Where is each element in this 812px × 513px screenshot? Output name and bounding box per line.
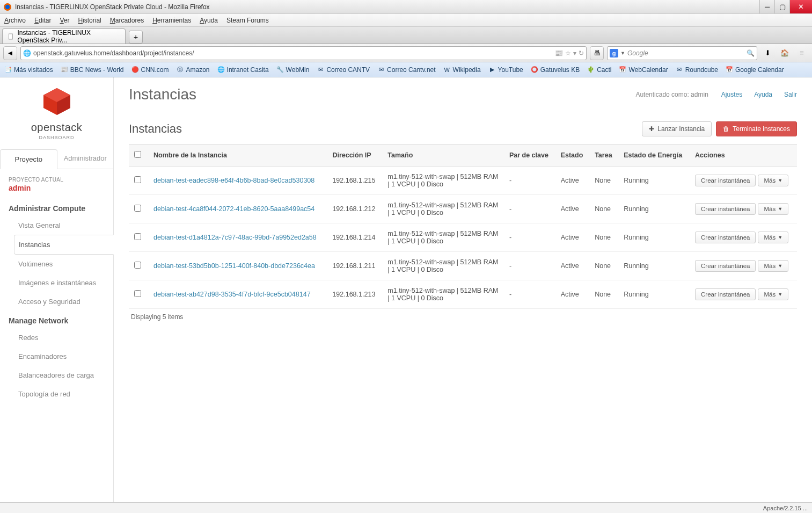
bookmark-webmin[interactable]: 🔧WebMin bbox=[276, 66, 310, 74]
cell-size: m1.tiny-512-with-swap | 512MB RAM | 1 VC… bbox=[382, 280, 504, 309]
snapshot-button[interactable]: Crear instantánea bbox=[695, 232, 756, 243]
menu-marcadores[interactable]: Marcadores bbox=[110, 17, 144, 24]
bookmark-cacti[interactable]: 🌵Cacti bbox=[587, 66, 611, 74]
sidebar-item-balanceadores-de-carga[interactable]: Balanceadores de carga bbox=[14, 366, 113, 385]
openstack-logo-icon bbox=[41, 87, 73, 116]
instance-name-link[interactable]: debian-test-d1a4812a-7c97-48ac-99bd-7a99… bbox=[153, 234, 317, 241]
menu-herramientas[interactable]: Herramientas bbox=[152, 17, 191, 24]
launch-instance-button[interactable]: ✚ Lanzar Instancia bbox=[642, 121, 712, 136]
maximize-button[interactable]: ▢ bbox=[774, 0, 789, 13]
header-link-ajustes[interactable]: Ajustes bbox=[721, 91, 742, 98]
row-checkbox[interactable] bbox=[134, 205, 141, 212]
terminate-instances-button[interactable]: 🗑 Terminate instances bbox=[716, 121, 797, 136]
bookmark-icon: ▶ bbox=[488, 66, 496, 74]
svg-rect-2 bbox=[9, 33, 12, 39]
search-dropdown-icon[interactable]: ▼ bbox=[620, 50, 625, 56]
bookmarks-bar: 📑Más visitados📰BBC News - World🔴CNN.comⓐ… bbox=[0, 62, 812, 77]
bookmark-correo-cantv[interactable]: ✉Correo CANTV bbox=[317, 66, 370, 74]
menu-ayuda[interactable]: Ayuda bbox=[200, 17, 218, 24]
bookmark-correo-cantv-net[interactable]: ✉Correo Cantv.net bbox=[377, 66, 436, 74]
table-row: debian-test-4ca8f044-2072-41eb-8620-5aaa… bbox=[129, 195, 797, 223]
menu-editar[interactable]: Editar bbox=[34, 17, 51, 24]
table-row: debian-test-d1a4812a-7c97-48ac-99bd-7a99… bbox=[129, 223, 797, 252]
menu-steam-forums[interactable]: Steam Forums bbox=[226, 17, 269, 24]
bookmark-icon: 📰 bbox=[61, 66, 68, 74]
sidebar-item-encaminadores[interactable]: Encaminadores bbox=[14, 347, 113, 366]
more-button[interactable]: Más ▼ bbox=[758, 288, 788, 300]
bookmark-icon: W bbox=[443, 66, 451, 74]
sidebar-item-acceso-y-seguridad[interactable]: Acceso y Seguridad bbox=[14, 292, 113, 311]
col-nombre-de-la-instancia: Nombre de la Instancia bbox=[148, 144, 327, 167]
star-icon[interactable]: ☆ bbox=[565, 49, 571, 57]
bookmark-bbc-news-world[interactable]: 📰BBC News - World bbox=[61, 66, 124, 74]
instance-name-link[interactable]: debian-test-eadec898-e64f-4b6b-8bad-8e0c… bbox=[153, 177, 314, 184]
print-button[interactable]: 🖶 bbox=[590, 46, 604, 60]
bookmark-gatuvelus-kb[interactable]: ⭕Gatuvelus KB bbox=[531, 66, 580, 74]
row-checkbox[interactable] bbox=[134, 290, 141, 297]
new-tab-button[interactable]: + bbox=[129, 31, 143, 44]
select-all-checkbox[interactable] bbox=[134, 151, 141, 158]
header-link-salir[interactable]: Salir bbox=[784, 91, 797, 98]
sidebar-item-redes[interactable]: Redes bbox=[14, 328, 113, 347]
bookmark-cnn-com[interactable]: 🔴CNN.com bbox=[131, 66, 169, 74]
search-icon[interactable]: 🔍 bbox=[747, 49, 755, 57]
sidebar-item-instancias[interactable]: Instancias bbox=[14, 235, 114, 255]
menu-bar: ArchivoEditarVerHistorialMarcadoresHerra… bbox=[0, 14, 812, 27]
cell-size: m1.tiny-512-with-swap | 512MB RAM | 1 VC… bbox=[382, 167, 504, 195]
snapshot-button[interactable]: Crear instantánea bbox=[695, 260, 756, 272]
instance-name-link[interactable]: debian-test-4ca8f044-2072-41eb-8620-5aaa… bbox=[153, 205, 314, 213]
bookmark-roundcube[interactable]: ✉Roundcube bbox=[676, 66, 718, 74]
reload-icon[interactable]: ↻ bbox=[579, 49, 584, 57]
row-checkbox[interactable] bbox=[134, 176, 141, 183]
tab-proyecto[interactable]: Proyecto bbox=[0, 149, 57, 169]
feed-button[interactable]: ≡ bbox=[795, 46, 809, 60]
bookmark-google-calendar[interactable]: 📅Google Calendar bbox=[726, 66, 784, 74]
search-box[interactable]: g ▼ Google 🔍 bbox=[607, 46, 757, 60]
snapshot-button[interactable]: Crear instantánea bbox=[695, 175, 756, 186]
bookmark-m-s-visitados[interactable]: 📑Más visitados bbox=[4, 66, 53, 74]
menu-archivo[interactable]: Archivo bbox=[4, 17, 26, 24]
bookmark-webcalendar[interactable]: 📅WebCalendar bbox=[619, 66, 668, 74]
instance-name-link[interactable]: debian-test-53bd5b0b-1251-400f-840b-dbde… bbox=[153, 262, 315, 270]
browser-tab[interactable]: Instancias - TIGERLINUX OpenStack Priv..… bbox=[2, 28, 126, 44]
sidebar-item-topolog-a-de-red[interactable]: Topología de red bbox=[14, 385, 113, 403]
col-tama-o: Tamaño bbox=[382, 144, 504, 167]
sidebar-item-im-genes-e-instant-neas[interactable]: Imágenes e instantáneas bbox=[14, 273, 113, 292]
cell-ip: 192.168.1.215 bbox=[327, 167, 382, 195]
cell-task: None bbox=[589, 195, 618, 223]
instance-name-link[interactable]: debian-test-ab427d98-3535-4f7d-bfcf-9ce5… bbox=[153, 291, 311, 298]
bookmark-wikipedia[interactable]: WWikipedia bbox=[443, 66, 481, 74]
bookmark-amazon[interactable]: ⓐAmazon bbox=[177, 66, 210, 74]
menu-ver[interactable]: Ver bbox=[60, 17, 69, 24]
back-button[interactable]: ◄ bbox=[3, 46, 17, 60]
more-button[interactable]: Más ▼ bbox=[758, 232, 788, 243]
sidebar-item-vol-menes[interactable]: Volúmenes bbox=[14, 255, 113, 273]
minimize-button[interactable]: ─ bbox=[759, 0, 774, 13]
close-button[interactable]: ✕ bbox=[789, 0, 812, 13]
globe-icon: 🌐 bbox=[23, 49, 31, 57]
url-bar[interactable]: 🌐 openstack.gatuvelus.home/dashboard/pro… bbox=[20, 46, 587, 60]
bookmark-icon: 🌵 bbox=[587, 66, 595, 74]
auth-text: Autenticado como: admin bbox=[635, 91, 708, 98]
row-checkbox[interactable] bbox=[134, 233, 141, 240]
tab-label: Instancias - TIGERLINUX OpenStack Priv..… bbox=[17, 29, 120, 44]
header-link-ayuda[interactable]: Ayuda bbox=[754, 91, 772, 98]
bookmark-youtube[interactable]: ▶YouTube bbox=[488, 66, 523, 74]
more-button[interactable]: Más ▼ bbox=[758, 203, 788, 215]
dropdown-icon[interactable]: ▾ bbox=[573, 49, 576, 57]
bookmark-intranet-casita[interactable]: 🌐Intranet Casita bbox=[217, 66, 269, 74]
cell-power: Running bbox=[618, 167, 690, 195]
table-row: debian-test-53bd5b0b-1251-400f-840b-dbde… bbox=[129, 252, 797, 280]
sidebar-item-vista-general[interactable]: Vista General bbox=[14, 216, 113, 235]
downloads-button[interactable]: ⬇ bbox=[760, 46, 774, 60]
snapshot-button[interactable]: Crear instantánea bbox=[695, 288, 756, 300]
more-button[interactable]: Más ▼ bbox=[758, 260, 788, 272]
more-button[interactable]: Más ▼ bbox=[758, 175, 788, 186]
snapshot-button[interactable]: Crear instantánea bbox=[695, 203, 756, 215]
home-button[interactable]: 🏠 bbox=[778, 46, 792, 60]
cell-size: m1.tiny-512-with-swap | 512MB RAM | 1 VC… bbox=[382, 252, 504, 280]
row-checkbox[interactable] bbox=[134, 262, 141, 269]
reader-icon[interactable]: 📰 bbox=[555, 49, 563, 57]
tab-administrador[interactable]: Administrador bbox=[57, 149, 114, 169]
menu-historial[interactable]: Historial bbox=[78, 17, 101, 24]
